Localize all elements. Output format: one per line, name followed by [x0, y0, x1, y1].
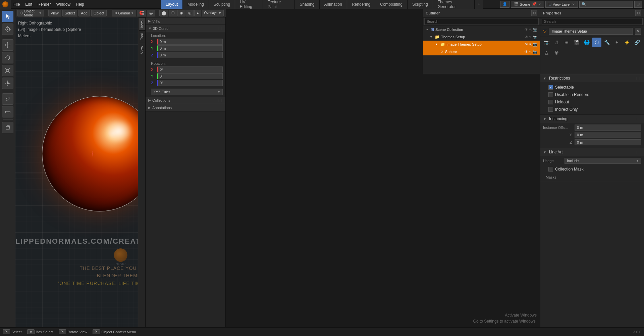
rot-z-value[interactable]: 0°	[157, 80, 223, 86]
props-filter-btn[interactable]: ⊟	[635, 10, 641, 16]
props-tab-material[interactable]: ◉	[552, 48, 561, 57]
img-themes-eye[interactable]: 👁	[525, 42, 528, 47]
instance-offset-x[interactable]: 0 m	[575, 125, 641, 131]
object-menu-btn[interactable]: Object	[91, 10, 107, 16]
tab-compositing[interactable]: Compositing	[375, 0, 408, 9]
measure-tool-btn[interactable]	[2, 106, 13, 117]
tab-animation[interactable]: Animation	[320, 0, 347, 9]
scene-coll-render[interactable]: 📷	[533, 28, 537, 32]
outliner-item-scene-collection[interactable]: ▼ ⊞ Scene Collection 👁 ↖ 📷	[423, 26, 540, 33]
object-mode-btn[interactable]: ⬡ Object Mode ▼	[17, 10, 44, 16]
instancing-header[interactable]: ▼ Instancing ⋮⋮	[540, 115, 644, 123]
view-layer-selector[interactable]: ⊞ View Layer ✕	[545, 1, 578, 8]
blender-logo[interactable]	[0, 0, 11, 9]
wireframe-btn[interactable]: ⬡	[169, 10, 177, 16]
rot-x-value[interactable]: 0°	[157, 66, 223, 73]
view-layer-close[interactable]: ✕	[572, 3, 575, 6]
search-bar[interactable]: 🔍	[579, 1, 633, 8]
add-workspace-button[interactable]: +	[475, 0, 483, 9]
tab-texture-paint[interactable]: Texture Paint	[263, 0, 295, 9]
props-tab-object[interactable]: ⬡	[592, 38, 601, 47]
n-section-annotations[interactable]: ▶ Annotations ⋮⋮	[146, 104, 225, 111]
props-tab-physics[interactable]: ⚡	[622, 38, 632, 47]
outliner-filter-btn[interactable]: ⊟	[531, 10, 537, 16]
selectable-row[interactable]: Selectable	[543, 84, 641, 91]
props-tab-view-layer[interactable]: ⊞	[562, 38, 571, 47]
rotate-tool-btn[interactable]	[2, 52, 13, 63]
rendered-btn[interactable]: ●	[194, 10, 201, 16]
themes-render[interactable]: 📷	[533, 35, 537, 39]
n-section-cursor[interactable]: ▼ 3D Cursor ⋮⋮	[146, 25, 225, 32]
gimbal-btn[interactable]: ⊕ Gimbal ▼	[112, 10, 136, 16]
indirect-only-checkbox[interactable]	[548, 107, 553, 112]
rot-y-value[interactable]: 0°	[157, 73, 223, 79]
tab-layout[interactable]: Layout	[161, 0, 183, 9]
img-themes-render[interactable]: 📷	[533, 42, 537, 47]
collection-mask-checkbox[interactable]	[548, 167, 553, 172]
sphere-eye[interactable]: 👁	[525, 50, 528, 54]
scene-selector[interactable]: 🎬 Scene 📌 ✕	[511, 1, 544, 8]
props-tab-scene[interactable]: 🎬	[572, 38, 581, 47]
props-object-name-field[interactable]: Image Themes Setup	[549, 28, 633, 35]
snap-btn[interactable]: 🧲	[137, 10, 146, 16]
props-tab-particles[interactable]: ✦	[612, 38, 622, 47]
tab-shading[interactable]: Shading	[295, 0, 319, 9]
menu-edit[interactable]: Edit	[22, 0, 35, 8]
outliner-item-sphere[interactable]: ▽ Sphere 👁 ↖ 📷	[423, 48, 540, 55]
shading-dots-btn[interactable]: ⬤	[159, 10, 168, 16]
outliner-search-input[interactable]	[424, 18, 539, 25]
menu-render[interactable]: Render	[35, 0, 53, 8]
holdout-row[interactable]: Holdout	[543, 98, 641, 106]
n-section-collections[interactable]: ▶ Collections ⋮⋮	[146, 97, 225, 104]
scene-pin[interactable]: 📌	[532, 2, 537, 7]
move-tool-btn[interactable]	[2, 39, 13, 51]
menu-file[interactable]: File	[11, 0, 22, 8]
select-tool-btn[interactable]	[2, 11, 13, 22]
disable-renders-checkbox[interactable]	[548, 92, 553, 97]
props-tab-world[interactable]: 🌐	[582, 38, 591, 47]
img-themes-pointer[interactable]: ↖	[529, 42, 532, 47]
props-tab-render[interactable]: 📷	[542, 38, 551, 47]
n-tab-item[interactable]: Item	[139, 17, 145, 30]
scene-close[interactable]: ✕	[538, 3, 541, 6]
loc-z-value[interactable]: 0 m	[157, 52, 223, 58]
usage-dropdown[interactable]: Include ▼	[565, 158, 641, 164]
solid-btn[interactable]: ◉	[177, 10, 185, 16]
add-cube-btn[interactable]	[2, 122, 13, 133]
tab-sculpting[interactable]: Sculpting	[209, 0, 235, 9]
select-menu-btn[interactable]: Select	[62, 10, 77, 16]
props-tab-constraints[interactable]: 🔗	[632, 38, 642, 47]
tab-rendering[interactable]: Rendering	[347, 0, 375, 9]
add-menu-btn[interactable]: Add	[78, 10, 90, 16]
user-icon-area[interactable]: 👤	[500, 1, 509, 8]
disable-renders-row[interactable]: Disable in Renders	[543, 91, 641, 98]
props-tab-modifier[interactable]: 🔧	[602, 38, 611, 47]
instance-offset-y[interactable]: 0 m	[575, 132, 641, 138]
tab-scripting[interactable]: Scripting	[408, 0, 433, 9]
euler-mode-dropdown[interactable]: XYZ Euler ▼	[151, 89, 223, 95]
annotate-tool-btn[interactable]	[2, 93, 13, 105]
props-tab-data[interactable]: △	[542, 48, 551, 57]
transform-tool-btn[interactable]	[2, 78, 13, 89]
tab-themes-generator[interactable]: Themes Generator	[433, 0, 475, 9]
props-search-input[interactable]	[542, 18, 643, 25]
tab-modeling[interactable]: Modeling	[183, 0, 209, 9]
line-art-header[interactable]: ▼ Line Art ⋮⋮	[540, 148, 644, 156]
scene-coll-eye[interactable]: 👁	[525, 28, 528, 32]
holdout-checkbox[interactable]	[548, 100, 553, 104]
sphere-render[interactable]: 📷	[533, 50, 537, 54]
loc-y-value[interactable]: 0 m	[157, 45, 223, 51]
cursor-tool-btn[interactable]	[2, 23, 13, 35]
scale-tool-btn[interactable]	[2, 65, 13, 76]
n-section-view[interactable]: ▶ View ⋮⋮	[146, 17, 225, 25]
overlays-btn[interactable]: Overlays ▼	[202, 10, 224, 16]
outliner-item-themes-setup[interactable]: ▼ 📁 Themes Setup 👁 ↖ 📷	[423, 33, 540, 41]
view-menu-btn[interactable]: View	[48, 10, 61, 16]
menu-help[interactable]: Help	[73, 0, 87, 8]
n-tab-tool[interactable]: Tool	[139, 30, 145, 43]
props-obj-edit-btn[interactable]: ✕	[635, 28, 641, 35]
n-tab-view[interactable]: View	[139, 43, 145, 57]
restrictions-header[interactable]: ▼ Restrictions ⋮⋮	[540, 74, 644, 82]
material-preview-btn[interactable]: ◎	[186, 10, 194, 16]
filter-btn[interactable]: ⊟	[634, 1, 642, 8]
